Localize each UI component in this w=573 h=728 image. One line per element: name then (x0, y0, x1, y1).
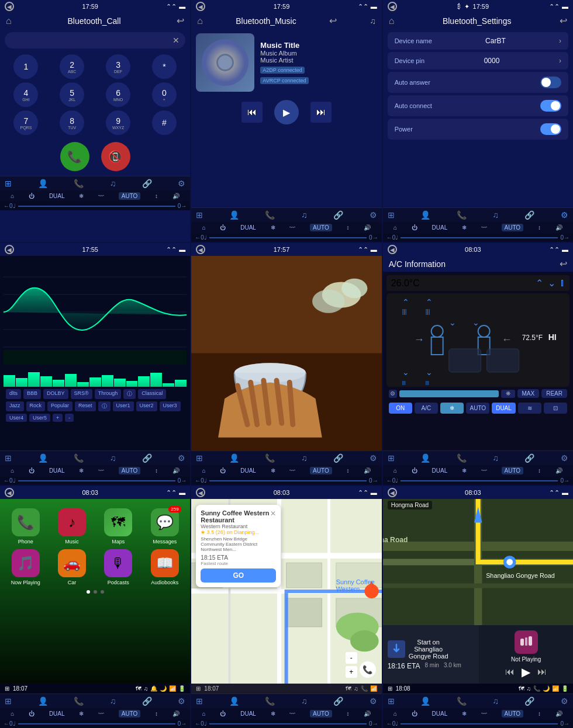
note-2[interactable]: ♩ (204, 234, 207, 241)
back-button-5[interactable]: ◀ (196, 245, 205, 254)
note-4[interactable]: ♩ (13, 477, 16, 484)
poi-close-icon[interactable]: ✕ (270, 509, 276, 518)
search-bar[interactable]: ✕ (5, 32, 185, 48)
snow-c3[interactable]: ❄ (462, 224, 467, 231)
link-icon-6[interactable]: 🔗 (524, 453, 534, 463)
home-c6[interactable]: ⌂ (393, 467, 397, 474)
power-c4[interactable]: ⏻ (29, 467, 34, 474)
left-arrow-4[interactable]: ← (4, 477, 9, 484)
vol-c9[interactable]: 🔊 (555, 710, 562, 717)
note-9[interactable]: ♩ (395, 720, 398, 727)
music-icon-6[interactable]: ♫ (492, 453, 499, 463)
max-button[interactable]: MAX (517, 389, 540, 398)
fan-c8[interactable]: 〰 (289, 710, 295, 717)
call-button[interactable]: 📞 (60, 142, 89, 171)
slider-8[interactable] (209, 723, 367, 724)
bell-status-icon[interactable]: 🔔 (150, 685, 157, 692)
home-c8[interactable]: ⌂ (202, 710, 206, 717)
seat-heat-button[interactable]: ⊡ (544, 403, 567, 414)
preset-add[interactable]: + (53, 414, 63, 422)
dial-5[interactable]: 5JKL (60, 82, 84, 107)
go-button[interactable]: GO (201, 568, 276, 583)
music-icon-5[interactable]: ♫ (301, 453, 308, 463)
sync-c9[interactable]: ↕ (538, 710, 541, 717)
note-7[interactable]: ♩ (13, 720, 16, 727)
preset-rock[interactable]: Rock (26, 401, 46, 411)
power-c7[interactable]: ⏻ (29, 710, 34, 717)
settings-icon-7[interactable]: ⚙ (178, 696, 185, 706)
dial-1[interactable]: 1 (13, 54, 38, 79)
app-messages[interactable]: 💬 259 Messages (144, 508, 185, 545)
settings-icon-4[interactable]: ⚙ (178, 453, 185, 463)
music-icon-2[interactable]: ♫ (301, 210, 308, 220)
app-car[interactable]: 🚗 Car (51, 549, 92, 585)
slider-3[interactable] (401, 237, 558, 238)
fan-c6[interactable]: 〰 (481, 467, 487, 474)
back-icon-6[interactable]: ↩ (560, 258, 567, 269)
fast-forward-button[interactable]: ⏭ (537, 667, 547, 677)
music-icon-4[interactable]: ♫ (110, 453, 116, 463)
dial-star[interactable]: * (152, 54, 177, 79)
dial-hash[interactable]: # (152, 110, 177, 135)
snow-c9[interactable]: ❄ (462, 710, 467, 717)
user-icon-3[interactable]: 👤 (420, 210, 430, 220)
link-icon-4[interactable]: 🔗 (142, 453, 152, 463)
home-icon-2[interactable]: ⌂ (197, 16, 203, 26)
preset-bbb[interactable]: BBB (23, 389, 41, 399)
rewind-button[interactable]: ⏮ (505, 667, 515, 677)
music-icon-7[interactable]: ♫ (110, 696, 116, 706)
app-maps[interactable]: 🗺 Maps (98, 508, 139, 545)
left-arrow-6[interactable]: ← (386, 477, 392, 484)
slider-1[interactable] (18, 206, 175, 207)
user-icon-8[interactable]: 👤 (229, 696, 239, 706)
next-button[interactable]: ⏭ (310, 102, 332, 123)
dial-2[interactable]: 2ABC (60, 54, 84, 79)
home-c3[interactable]: ⌂ (393, 224, 397, 231)
fan-c3[interactable]: 〰 (481, 224, 487, 231)
settings-icon-9[interactable]: ⚙ (561, 696, 568, 706)
note-6[interactable]: ♩ (395, 477, 398, 484)
home-c7[interactable]: ⌂ (11, 710, 14, 717)
dial-7[interactable]: 7PQRS (13, 110, 38, 135)
grid-status-icon[interactable]: ⊞ (5, 685, 9, 692)
music-note-1[interactable]: ♩ (13, 203, 16, 209)
back-button-6[interactable]: ◀ (388, 245, 397, 254)
left-arrow-1[interactable]: ← (4, 203, 9, 209)
home-icon-3[interactable]: ⌂ (389, 16, 395, 26)
sync-c2[interactable]: ↕ (346, 224, 349, 231)
right-arrow-2[interactable]: → (372, 234, 378, 241)
grid-icon-4[interactable]: ⊞ (5, 453, 12, 463)
fan-c9[interactable]: 〰 (481, 710, 487, 717)
preset-info[interactable]: ⓘ (123, 389, 136, 399)
zoom-in-button[interactable]: + (346, 666, 357, 678)
right-arrow-7[interactable]: → (181, 720, 187, 727)
vol-c6[interactable]: 🔊 (555, 467, 562, 474)
preset-dolby[interactable]: DOLBY (43, 389, 68, 399)
left-arrow-7[interactable]: ← (4, 720, 9, 727)
map-content[interactable]: Sunny Coffee Western... Sunny Coffee Wes… (191, 499, 381, 684)
back-button-2[interactable]: ◀ (196, 2, 205, 11)
grid-status-9[interactable]: ⊞ (388, 685, 392, 692)
preset-reset[interactable]: Reset (75, 401, 96, 411)
preset-user2[interactable]: User2 (136, 401, 157, 411)
settings-icon[interactable]: ⚙ (178, 179, 185, 188)
on-button[interactable]: ON (389, 403, 412, 414)
defrost-button[interactable]: ≋ (518, 403, 541, 414)
clear-icon[interactable]: ✕ (172, 36, 180, 45)
sync-icon[interactable]: ↕ (155, 193, 158, 199)
dial-6[interactable]: 6MNO (106, 82, 130, 107)
right-arrow-9[interactable]: → (564, 720, 569, 727)
map-status-icon[interactable]: 🗺 (136, 685, 141, 692)
back-icon-1[interactable]: ↩ (177, 15, 184, 26)
note-3[interactable]: ♩ (395, 234, 398, 241)
sync-c3[interactable]: ↕ (538, 224, 541, 231)
preset-info2[interactable]: ⓘ (98, 401, 111, 411)
link-icon-7[interactable]: 🔗 (142, 696, 152, 706)
back-button-1[interactable]: ◀ (5, 2, 14, 11)
app-audiobooks[interactable]: 📖 Audiobooks (144, 549, 185, 585)
ac-progress-bar[interactable] (399, 390, 499, 397)
grid-icon[interactable]: ⊞ (5, 179, 12, 188)
link-icon[interactable]: 🔗 (142, 179, 152, 188)
link-icon-2[interactable]: 🔗 (333, 210, 343, 220)
vol-c5[interactable]: 🔊 (364, 467, 371, 474)
